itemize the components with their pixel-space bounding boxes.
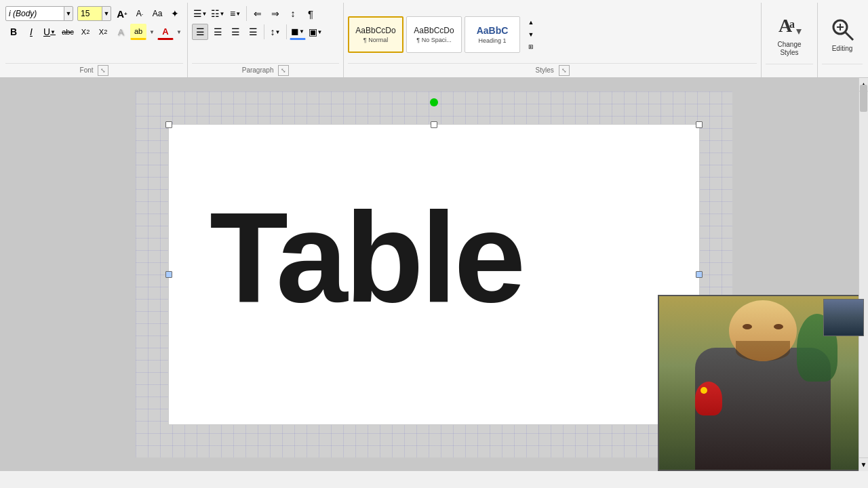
italic-btn[interactable]: I <box>23 24 39 40</box>
toy-eye <box>701 387 707 394</box>
change-styles-svg: A a <box>777 13 802 37</box>
svg-line-4 <box>845 32 853 40</box>
style-normal-label: ¶ Normal <box>363 37 388 43</box>
person-eye-left <box>743 324 752 329</box>
editing-btn[interactable]: Editing <box>822 14 863 55</box>
font-size-input[interactable] <box>77 6 103 21</box>
align-right-btn[interactable]: ☰ <box>227 24 243 40</box>
editing-content: Editing <box>822 5 863 64</box>
text-effects-btn[interactable]: A <box>113 24 129 40</box>
person-head <box>729 300 797 361</box>
webcam-overlay <box>658 295 868 471</box>
font-row1: ▼ ▼ A+ A- Aa ✦ <box>5 5 183 22</box>
font-color-dropdown[interactable]: ▼ <box>175 24 183 40</box>
change-case-btn[interactable]: Aa <box>149 5 165 22</box>
styles-scroll-down[interactable]: ▼ <box>523 29 539 40</box>
change-styles-label: ChangeStyles <box>777 41 801 57</box>
justify-btn[interactable]: ☰ <box>245 24 261 40</box>
editing-section: Editing <box>818 3 867 77</box>
style-normal-preview: AaBbCcDo <box>355 26 395 35</box>
document-area: Table <box>0 78 868 471</box>
styles-scroll-up[interactable]: ▲ <box>523 17 539 28</box>
styles-scroll: ▲ ▼ ⊞ <box>523 17 539 52</box>
font-color-btn[interactable]: A <box>157 24 174 40</box>
bullets-btn[interactable]: ☰▼ <box>192 5 208 22</box>
ribbon-sections: ▼ ▼ A+ A- Aa ✦ B I U▼ abc X2 X2 A <box>0 3 868 77</box>
document-scroll[interactable]: Table <box>0 78 868 471</box>
scrollbar-down-btn[interactable]: ▼ <box>859 458 868 471</box>
style-heading1[interactable]: AaBbC Heading 1 <box>465 16 520 53</box>
style-no-spacing[interactable]: AaBbCcDo ¶ No Spaci... <box>406 16 462 53</box>
para-row1: ☰▼ ☷▼ ≡▼ ⇐ ⇒ ↕ ¶ <box>192 5 339 22</box>
change-styles-btn[interactable]: A a ChangeStyles <box>766 10 813 60</box>
paragraph-label: Paragraph ⤡ <box>192 63 339 77</box>
webcam-thumbnail <box>823 299 864 336</box>
style-heading1-preview: AaBbC <box>477 25 509 36</box>
paragraph-content: ☰▼ ☷▼ ≡▼ ⇐ ⇒ ↕ ¶ ☰ ☰ ☰ ☰ ↕▼ ◼ <box>192 5 339 63</box>
toy-elmo <box>695 382 722 415</box>
subscript-btn[interactable]: X2 <box>77 24 94 40</box>
font-name-input[interactable] <box>5 6 65 21</box>
styles-label: Styles ⤡ <box>348 63 757 77</box>
numbering-btn[interactable]: ☷▼ <box>210 5 226 22</box>
editing-icon <box>830 17 854 45</box>
align-center-btn[interactable]: ☰ <box>210 24 226 40</box>
svg-marker-2 <box>796 29 802 35</box>
align-left-btn[interactable]: ☰ <box>192 24 208 40</box>
font-expand-btn[interactable]: ⤡ <box>98 65 108 76</box>
handle-top-right[interactable] <box>696 121 703 128</box>
borders-btn[interactable]: ▣▼ <box>307 24 323 40</box>
styles-content: AaBbCcDo ¶ Normal AaBbCcDo ¶ No Spaci...… <box>348 5 757 63</box>
superscript-btn[interactable]: X2 <box>95 24 111 40</box>
editing-svg <box>830 17 854 41</box>
handle-top-center[interactable] <box>431 121 437 128</box>
text-box[interactable]: Table <box>168 124 700 425</box>
person-eye-right <box>774 324 783 329</box>
styles-expand-btn[interactable]: ⤡ <box>559 65 570 76</box>
style-normal[interactable]: AaBbCcDo ¶ Normal <box>348 16 403 53</box>
document-page: Table <box>136 92 732 458</box>
clear-format-btn[interactable]: ✦ <box>167 5 183 22</box>
bold-btn[interactable]: B <box>5 24 22 40</box>
scrollbar[interactable]: ▲ ▼ <box>859 78 868 471</box>
font-name-dropdown[interactable]: ▼ <box>64 6 73 21</box>
show-marks-btn[interactable]: ¶ <box>302 5 319 22</box>
change-styles-content: A a ChangeStyles <box>766 5 813 64</box>
style-heading1-label: Heading 1 <box>478 37 506 44</box>
change-styles-section: A a ChangeStyles <box>762 3 818 77</box>
styles-section: AaBbCcDo ¶ Normal AaBbCcDo ¶ No Spaci...… <box>344 3 762 77</box>
styles-expand[interactable]: ⊞ <box>523 41 539 52</box>
style-no-spacing-preview: AaBbCcDo <box>414 26 454 35</box>
font-row2: B I U▼ abc X2 X2 A ab ▼ A ▼ <box>5 24 183 40</box>
rotate-handle[interactable] <box>430 98 438 106</box>
highlight-dropdown[interactable]: ▼ <box>148 24 156 40</box>
multilevel-btn[interactable]: ≡▼ <box>227 5 243 22</box>
change-styles-icon: A a <box>777 13 802 41</box>
paragraph-expand-btn[interactable]: ⤡ <box>278 65 289 76</box>
strikethrough-btn[interactable]: abc <box>60 24 76 40</box>
handle-mid-right[interactable] <box>696 271 703 278</box>
line-spacing-btn[interactable]: ↕▼ <box>267 24 283 40</box>
person-beard <box>736 341 790 361</box>
scrollbar-thumb[interactable] <box>860 85 867 112</box>
handle-mid-left[interactable] <box>165 271 172 278</box>
editing-label: Editing <box>832 45 853 52</box>
font-content: ▼ ▼ A+ A- Aa ✦ B I U▼ abc X2 X2 A <box>5 5 183 63</box>
grow-font-btn[interactable]: A+ <box>114 5 130 22</box>
font-label: Font ⤡ <box>5 63 183 77</box>
shading-btn[interactable]: ◼▼ <box>290 24 306 40</box>
underline-btn[interactable]: U▼ <box>41 24 58 40</box>
increase-indent-btn[interactable]: ⇒ <box>267 5 283 22</box>
svg-text:a: a <box>789 18 795 30</box>
highlight-btn[interactable]: ab <box>130 24 146 40</box>
editing-spacer <box>822 64 863 77</box>
shrink-font-btn[interactable]: A- <box>132 5 148 22</box>
style-no-spacing-label: ¶ No Spaci... <box>416 37 451 43</box>
sort-btn[interactable]: ↕ <box>285 5 301 22</box>
font-section: ▼ ▼ A+ A- Aa ✦ B I U▼ abc X2 X2 A <box>1 3 188 77</box>
font-size-dropdown[interactable]: ▼ <box>102 6 111 21</box>
decrease-indent-btn[interactable]: ⇐ <box>250 5 266 22</box>
webcam-person <box>688 300 837 470</box>
handle-top-left[interactable] <box>165 121 172 128</box>
change-styles-spacer <box>766 64 813 77</box>
